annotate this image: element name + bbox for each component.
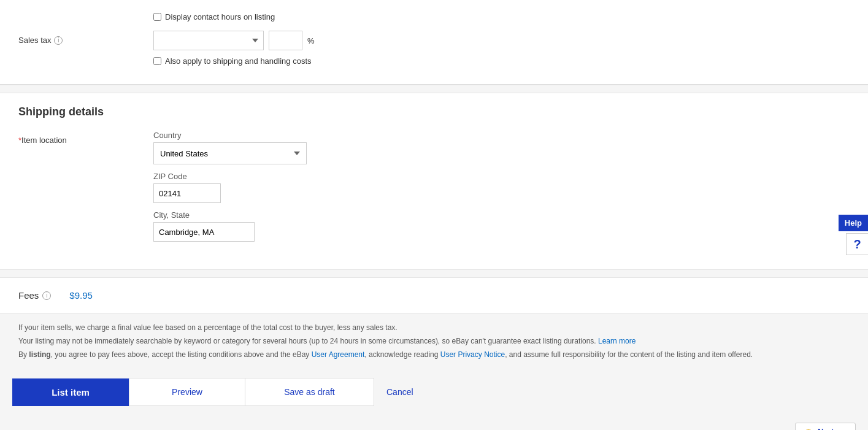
preview-button[interactable]: Preview (129, 378, 245, 406)
item-location-fields: Country United States Canada United King… (153, 131, 307, 242)
country-select[interactable]: United States Canada United Kingdom (153, 142, 307, 164)
display-contact-checkbox[interactable] (153, 13, 161, 21)
item-location-row: *Item location Country United States Can… (18, 131, 850, 242)
user-privacy-link[interactable]: User Privacy Notice (440, 350, 505, 359)
footer-info: If your item sells, we charge a final va… (0, 313, 868, 369)
list-item-button[interactable]: List item (12, 378, 129, 406)
shipping-section-title: Shipping details (18, 106, 850, 118)
item-location-label: *Item location (18, 131, 141, 145)
zip-label: ZIP Code (153, 172, 307, 181)
sales-tax-inputs: % Also apply to shipping and handling co… (153, 31, 315, 66)
sales-tax-info-icon[interactable]: i (54, 36, 63, 45)
help-button[interactable]: Help (839, 215, 868, 231)
country-label: Country (153, 131, 307, 140)
save-draft-button[interactable]: Save as draft (245, 378, 374, 406)
shipping-section: Shipping details *Item location Country … (0, 93, 868, 270)
sales-tax-state-select[interactable] (153, 31, 264, 50)
zip-field-group: ZIP Code (153, 172, 307, 203)
norton-badge: Norton SECURED (795, 423, 856, 430)
user-agreement-link[interactable]: User Agreement (312, 350, 365, 359)
city-state-field-group: City, State (153, 210, 307, 242)
display-contact-row: Display contact hours on listing (153, 12, 850, 21)
city-state-input[interactable] (153, 222, 255, 242)
percent-sign: % (307, 36, 315, 45)
norton-name: Norton (818, 427, 849, 430)
divider-1 (0, 85, 868, 85)
sales-tax-label: Sales tax i (18, 31, 141, 45)
fees-section: Fees i $9.95 (0, 277, 868, 313)
sales-tax-percent-input[interactable] (269, 31, 302, 50)
footer-line2: Your listing may not be immediately sear… (18, 336, 850, 347)
shipping-handling-checkbox-label: Also apply to shipping and handling cost… (153, 56, 315, 66)
page-wrapper: Display contact hours on listing Sales t… (0, 0, 868, 430)
footer-line1: If your item sells, we charge a final va… (18, 323, 850, 333)
fees-info-icon[interactable]: i (42, 291, 51, 300)
action-buttons: List item Preview Save as draft Cancel (0, 369, 868, 415)
norton-text: Norton SECURED (818, 427, 849, 430)
display-contact-label: Display contact hours on listing (165, 12, 275, 21)
footer-line3: By listing, you agree to pay fees above,… (18, 350, 850, 360)
country-field-group: Country United States Canada United King… (153, 131, 307, 164)
shipping-handling-checkbox[interactable] (153, 57, 161, 65)
sales-tax-row: Sales tax i % Also apply to shipping and… (18, 31, 850, 66)
learn-more-link[interactable]: Learn more (598, 337, 636, 345)
city-state-label: City, State (153, 210, 307, 220)
help-question-icon[interactable]: ? (846, 233, 868, 255)
sales-tax-section: Display contact hours on listing Sales t… (0, 0, 868, 85)
zip-input[interactable] (153, 183, 221, 203)
copyright-bar: Copyright © 1995-2018 eBay Inc. All Righ… (0, 415, 868, 430)
fees-label: Fees i (18, 290, 51, 301)
sales-tax-inline: % (153, 31, 315, 50)
cancel-button[interactable]: Cancel (374, 378, 426, 405)
fees-amount: $9.95 (69, 290, 93, 301)
